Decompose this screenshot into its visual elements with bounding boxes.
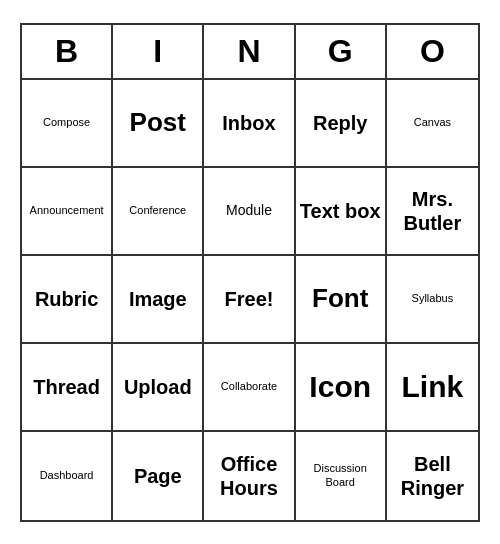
bingo-cell-3-4: Link (387, 344, 478, 432)
header-letter-g: G (296, 25, 387, 78)
bingo-grid: ComposePostInboxReplyCanvasAnnouncementC… (22, 80, 478, 520)
bingo-cell-3-0: Thread (22, 344, 113, 432)
bingo-cell-0-4: Canvas (387, 80, 478, 168)
cell-text-2-1: Image (129, 287, 187, 311)
cell-text-3-3: Icon (309, 369, 371, 405)
bingo-cell-0-0: Compose (22, 80, 113, 168)
bingo-cell-1-1: Conference (113, 168, 204, 256)
cell-text-1-4: Mrs. Butler (391, 187, 474, 235)
cell-text-4-4: Bell Ringer (391, 452, 474, 500)
bingo-cell-0-3: Reply (296, 80, 387, 168)
bingo-header: BINGO (22, 25, 478, 80)
cell-text-3-0: Thread (33, 375, 100, 399)
cell-text-1-0: Announcement (30, 204, 104, 217)
cell-text-1-1: Conference (129, 204, 186, 217)
cell-text-3-1: Upload (124, 375, 192, 399)
bingo-cell-1-4: Mrs. Butler (387, 168, 478, 256)
bingo-cell-2-0: Rubric (22, 256, 113, 344)
cell-text-2-4: Syllabus (412, 292, 454, 305)
header-letter-b: B (22, 25, 113, 78)
header-letter-o: O (387, 25, 478, 78)
cell-text-1-3: Text box (300, 199, 381, 223)
cell-text-0-1: Post (130, 107, 186, 138)
cell-text-2-0: Rubric (35, 287, 98, 311)
bingo-card: BINGO ComposePostInboxReplyCanvasAnnounc… (20, 23, 480, 522)
cell-text-0-4: Canvas (414, 116, 451, 129)
bingo-cell-4-2: Office Hours (204, 432, 295, 520)
bingo-cell-1-2: Module (204, 168, 295, 256)
cell-text-4-1: Page (134, 464, 182, 488)
header-letter-i: I (113, 25, 204, 78)
cell-text-3-4: Link (402, 369, 464, 405)
cell-text-2-2: Free! (225, 287, 274, 311)
cell-text-0-3: Reply (313, 111, 367, 135)
bingo-cell-3-3: Icon (296, 344, 387, 432)
bingo-cell-4-3: Discussion Board (296, 432, 387, 520)
bingo-cell-0-2: Inbox (204, 80, 295, 168)
bingo-cell-3-2: Collaborate (204, 344, 295, 432)
bingo-cell-4-0: Dashboard (22, 432, 113, 520)
bingo-cell-4-4: Bell Ringer (387, 432, 478, 520)
bingo-cell-2-2: Free! (204, 256, 295, 344)
bingo-cell-1-3: Text box (296, 168, 387, 256)
bingo-cell-1-0: Announcement (22, 168, 113, 256)
cell-text-3-2: Collaborate (221, 380, 277, 393)
bingo-cell-3-1: Upload (113, 344, 204, 432)
cell-text-0-0: Compose (43, 116, 90, 129)
cell-text-4-3: Discussion Board (300, 462, 381, 488)
bingo-cell-4-1: Page (113, 432, 204, 520)
bingo-cell-2-4: Syllabus (387, 256, 478, 344)
bingo-cell-0-1: Post (113, 80, 204, 168)
cell-text-4-0: Dashboard (40, 469, 94, 482)
bingo-cell-2-3: Font (296, 256, 387, 344)
cell-text-4-2: Office Hours (208, 452, 289, 500)
cell-text-0-2: Inbox (222, 111, 275, 135)
cell-text-2-3: Font (312, 283, 368, 314)
cell-text-1-2: Module (226, 202, 272, 219)
bingo-cell-2-1: Image (113, 256, 204, 344)
header-letter-n: N (204, 25, 295, 78)
